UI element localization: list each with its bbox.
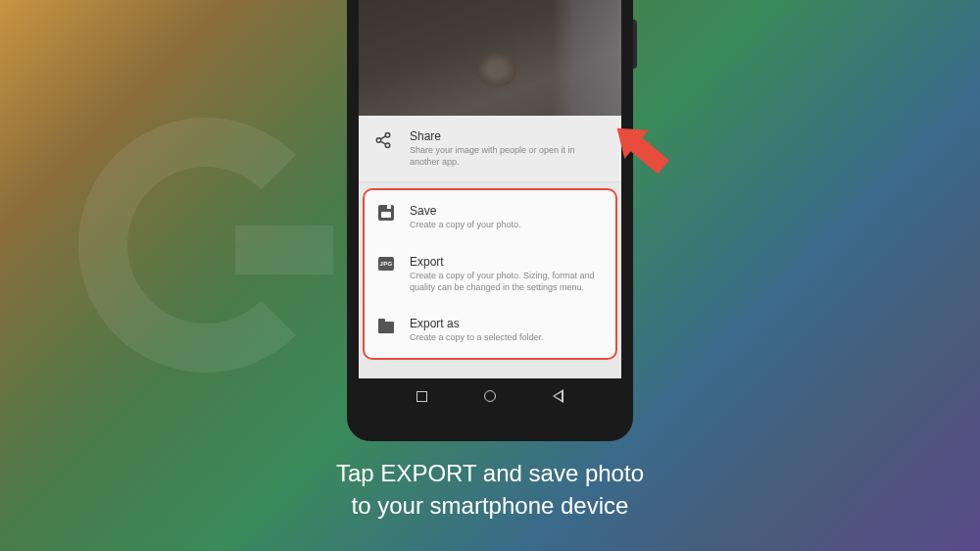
exportas-desc: Create a copy to a selected folder. bbox=[410, 332, 602, 344]
highlighted-export-group: Save Create a copy of your photo. JPG Ex… bbox=[363, 188, 617, 360]
export-option[interactable]: JPG Export Create a copy of your photo. … bbox=[365, 243, 615, 305]
caption-line-1: Tap EXPORT and save photo bbox=[0, 458, 980, 489]
android-nav-bar bbox=[359, 378, 621, 414]
nav-recent-icon[interactable] bbox=[416, 391, 427, 402]
export-text: Export Create a copy of your photo. Sizi… bbox=[410, 255, 602, 293]
svg-point-1 bbox=[376, 138, 381, 143]
folder-icon bbox=[378, 318, 394, 333]
save-icon bbox=[378, 205, 394, 221]
export-desc: Create a copy of your photo. Sizing, for… bbox=[410, 271, 602, 293]
jpg-icon: JPG bbox=[378, 256, 394, 272]
caption-line-2: to your smartphone device bbox=[0, 490, 980, 522]
share-icon bbox=[374, 131, 392, 149]
export-title: Export bbox=[410, 255, 602, 269]
export-as-option[interactable]: Export as Create a copy to a selected fo… bbox=[365, 305, 615, 356]
exportas-title: Export as bbox=[410, 317, 602, 330]
save-desc: Create a copy of your photo. bbox=[410, 220, 602, 231]
photo-preview bbox=[359, 0, 621, 116]
svg-point-0 bbox=[385, 133, 390, 138]
phone-screen: Share Share your image with people or op… bbox=[359, 0, 621, 414]
share-option[interactable]: Share Share your image with people or op… bbox=[359, 116, 621, 182]
photo-dim-overlay bbox=[359, 0, 621, 116]
save-title: Save bbox=[410, 204, 602, 218]
google-g-watermark bbox=[78, 118, 333, 373]
nav-back-icon[interactable] bbox=[553, 389, 564, 403]
phone-frame: Share Share your image with people or op… bbox=[347, 0, 633, 441]
nav-home-icon[interactable] bbox=[484, 390, 496, 402]
share-text: Share Share your image with people or op… bbox=[410, 129, 606, 168]
exportas-text: Export as Create a copy to a selected fo… bbox=[410, 317, 602, 344]
phone-side-button bbox=[633, 20, 637, 69]
svg-line-4 bbox=[380, 141, 385, 144]
share-title: Share bbox=[410, 129, 606, 143]
save-text: Save Create a copy of your photo. bbox=[410, 204, 602, 231]
instruction-caption: Tap EXPORT and save photo to your smartp… bbox=[0, 458, 980, 522]
svg-point-2 bbox=[385, 143, 390, 148]
svg-line-3 bbox=[380, 136, 385, 139]
save-option[interactable]: Save Create a copy of your photo. bbox=[365, 192, 615, 243]
share-desc: Share your image with people or open it … bbox=[410, 145, 606, 168]
